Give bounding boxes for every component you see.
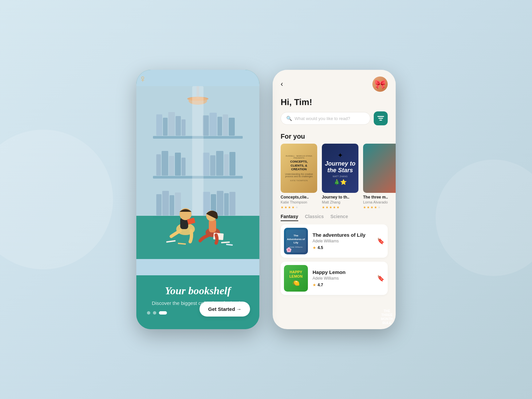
svg-rect-35 (229, 192, 235, 215)
svg-rect-22 (203, 153, 209, 176)
star-2-1: ★ (322, 205, 325, 209)
star-3-5: ★ (378, 205, 381, 209)
journey-author: MATT ZHANG (325, 175, 356, 178)
search-icon: 🔍 (286, 116, 292, 121)
book-card-2[interactable]: ✦ Journey to the Stars MATT ZHANG 🎄⭐ Jou… (322, 144, 358, 209)
book-stars-2: ★ ★ ★ ★ ★ (322, 205, 358, 209)
tab-science[interactable]: Science (331, 214, 348, 221)
lemon-cover-title: HAPPYLEMON (289, 270, 303, 279)
lily-star: ★ (313, 245, 316, 250)
lemon-star: ★ (313, 283, 316, 287)
book-card-3[interactable]: THETHREEMONTHRULE ♀ The three m.. Lorna … (363, 144, 396, 209)
star-3-3: ★ (370, 205, 373, 209)
svg-rect-50 (377, 116, 384, 117)
cover-title-1: CONCEPTS, CLIENTS, & CREATION (284, 160, 314, 172)
lily-decoration: 🌸 (286, 247, 292, 252)
star-1-5: ★ (295, 205, 298, 209)
phone-left: Your bookshelf Discover the biggest coll… (136, 70, 259, 329)
book-list: The Adventures of Lily Adele Williams 🌸 … (273, 224, 396, 329)
star-1-2: ★ (284, 205, 287, 209)
lemon-info: Happy Lemon Adele Williams ★ 4.7 (313, 269, 372, 287)
back-button[interactable]: ‹ (281, 80, 283, 88)
list-item-lemon[interactable]: HAPPYLEMON 🍋 Happy Lemon Adele Williams … (281, 262, 388, 295)
lily-rating: ★ 4.5 (313, 245, 372, 250)
book-stars-3: ★ ★ ★ ★ ★ (363, 205, 396, 209)
left-phone-bottom: Your bookshelf Discover the biggest coll… (136, 275, 259, 329)
book-card-1[interactable]: RUSSELL · MARCUS STANA PRESENTS CONCEPTS… (281, 144, 317, 209)
svg-rect-16 (229, 118, 235, 136)
cover-label: RUSSELL · MARCUS STANA PRESENTS (284, 155, 314, 159)
lily-bookmark-button[interactable]: 🔖 (377, 237, 384, 245)
star-3-2: ★ (367, 205, 370, 209)
filter-button[interactable] (374, 111, 388, 125)
dot-3-active (159, 311, 167, 315)
svg-rect-15 (223, 114, 228, 136)
star-1-1: ★ (281, 205, 284, 209)
svg-rect-26 (229, 152, 235, 176)
search-placeholder: What would you like to read? (295, 116, 350, 121)
svg-rect-9 (168, 112, 175, 136)
book-cover-three-month: THETHREEMONTHRULE ♀ (363, 144, 396, 193)
svg-rect-17 (156, 154, 161, 176)
lily-author: Adele Williams (313, 239, 372, 243)
svg-rect-20 (175, 153, 181, 176)
star-2-4: ★ (333, 205, 336, 209)
svg-rect-52 (379, 120, 382, 121)
tab-fantasy[interactable]: Fantasy (281, 214, 298, 221)
book-cover-journey: ✦ Journey to the Stars MATT ZHANG 🎄⭐ (322, 144, 358, 193)
svg-rect-34 (224, 193, 229, 215)
svg-rect-43 (209, 219, 216, 232)
svg-rect-13 (209, 113, 217, 136)
lily-rating-num: 4.5 (318, 245, 323, 250)
svg-rect-18 (162, 151, 168, 176)
svg-rect-36 (192, 86, 203, 216)
bookshelf-illustration (136, 70, 259, 275)
book-cover-concepts: RUSSELL · MARCUS STANA PRESENTS CONCEPTS… (281, 144, 317, 193)
journey-title: Journey to the Stars (325, 161, 356, 174)
lemon-rating: ★ 4.7 (313, 283, 372, 287)
star-3-1: ★ (363, 205, 366, 209)
greeting-text: Hi, Tim! (273, 92, 396, 111)
list-item-lily[interactable]: The Adventures of Lily Adele Williams 🌸 … (281, 224, 388, 258)
search-row: 🔍 What would you like to read? (273, 111, 396, 131)
svg-rect-37 (136, 216, 259, 259)
book-stars-1: ★ ★ ★ ★ ★ (281, 205, 317, 209)
svg-rect-27 (156, 194, 162, 215)
cover-author-label-1: KATIE THOMPSON (284, 180, 314, 182)
lemon-decoration: 🍋 (289, 279, 303, 287)
dot-2 (153, 311, 156, 315)
svg-rect-21 (182, 158, 186, 176)
category-tabs: Fantasy Classics Science (273, 209, 396, 224)
filter-icon (377, 116, 384, 121)
svg-rect-11 (182, 119, 186, 136)
cover-subtitle-1: Understanding the creative process and i… (284, 173, 314, 178)
svg-rect-7 (156, 114, 162, 136)
svg-rect-23 (210, 155, 215, 176)
star-1-3: ★ (288, 205, 291, 209)
book-author-3: Lorna Alvarado (363, 200, 396, 204)
phone-right: ‹ 🎀 Hi, Tim! 🔍 What would you like to re… (273, 70, 396, 329)
book-name-3: The three m.. (363, 195, 396, 200)
lily-info: The adventures of Lily Adele Williams ★ … (313, 232, 372, 250)
get-started-button[interactable]: Get Started → (200, 302, 250, 317)
phones-container: Your bookshelf Discover the biggest coll… (136, 70, 396, 329)
app-header: ‹ 🎀 (273, 70, 396, 92)
avatar-emoji: 🎀 (374, 79, 386, 90)
shelf-svg (136, 70, 259, 275)
svg-rect-10 (176, 116, 181, 136)
bg-decoration-left (0, 130, 113, 269)
lemon-bookmark-button[interactable]: 🔖 (377, 275, 384, 282)
journey-decoration: 🎄⭐ (325, 179, 356, 185)
search-input-container[interactable]: 🔍 What would you like to read? (281, 112, 370, 125)
svg-rect-19 (169, 156, 174, 176)
book-name-1: Concepts,clie.. (281, 195, 317, 200)
tab-classics[interactable]: Classics (305, 214, 324, 221)
avatar[interactable]: 🎀 (372, 76, 388, 92)
bg-decoration-right (436, 160, 532, 276)
for-you-section-title: For you (273, 131, 396, 144)
svg-rect-8 (163, 118, 168, 136)
svg-rect-24 (216, 151, 223, 176)
lemon-cover: HAPPYLEMON 🍋 (284, 265, 308, 292)
dot-1 (147, 311, 150, 315)
book-name-2: Journey to th.. (322, 195, 358, 200)
